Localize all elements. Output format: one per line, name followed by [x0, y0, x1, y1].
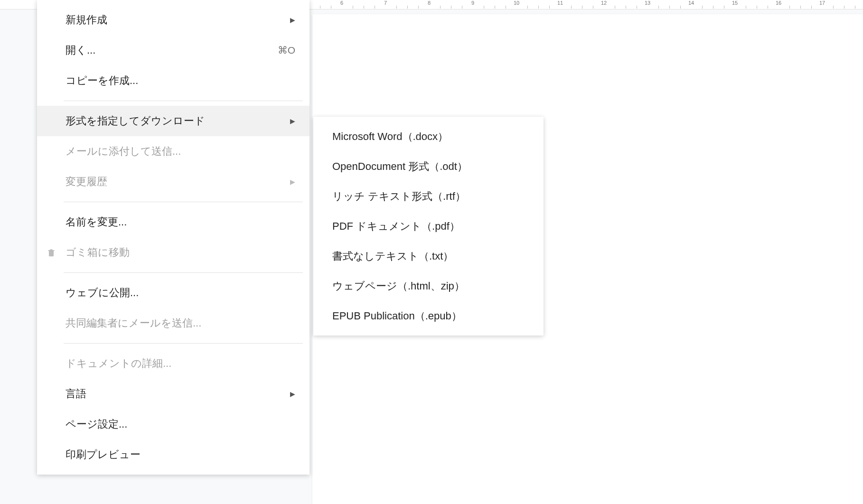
ruler-number: 6 [340, 0, 343, 6]
submenu-rtf[interactable]: リッチ テキスト形式（.rtf） [313, 181, 544, 211]
ruler-number: 7 [384, 0, 387, 6]
menu-item-label: ウェブに公開... [66, 286, 295, 300]
ruler-number: 12 [601, 0, 607, 6]
ruler-number: 9 [471, 0, 474, 6]
menu-item-label: 印刷プレビュー [66, 448, 295, 462]
menu-item-label: 共同編集者にメールを送信... [66, 316, 295, 330]
download-as-submenu: Microsoft Word（.docx）OpenDocument 形式（.od… [313, 117, 544, 336]
menu-download-as[interactable]: 形式を指定してダウンロード▶ [37, 106, 310, 136]
menu-separator [64, 343, 303, 344]
trash-icon [46, 247, 57, 258]
menu-print-preview[interactable]: 印刷プレビュー [37, 439, 310, 470]
submenu-odt[interactable]: OpenDocument 形式（.odt） [313, 151, 544, 181]
submenu-txt[interactable]: 書式なしテキスト（.txt） [313, 241, 544, 271]
submenu-pdf[interactable]: PDF ドキュメント（.pdf） [313, 211, 544, 241]
menu-item-label: ゴミ箱に移動 [66, 245, 295, 260]
menu-language[interactable]: 言語▶ [37, 379, 310, 409]
menu-email-attachment: メールに添付して送信... [37, 136, 310, 167]
menu-page-setup[interactable]: ページ設定... [37, 409, 310, 439]
submenu-item-label: リッチ テキスト形式（.rtf） [332, 189, 466, 204]
menu-separator [64, 202, 303, 202]
menu-make-copy[interactable]: コピーを作成... [37, 65, 310, 96]
submenu-item-label: OpenDocument 形式（.odt） [332, 159, 468, 174]
ruler-number: 17 [819, 0, 825, 6]
ruler-number: 14 [688, 0, 694, 6]
menu-publish-web[interactable]: ウェブに公開... [37, 278, 310, 308]
menu-rename[interactable]: 名前を変更... [37, 207, 310, 237]
submenu-item-label: PDF ドキュメント（.pdf） [332, 219, 460, 233]
ruler-number: 8 [428, 0, 431, 6]
menu-item-label: ドキュメントの詳細... [66, 356, 295, 371]
menu-item-label: 新規作成 [66, 13, 290, 27]
menu-email-collaborators: 共同編集者にメールを送信... [37, 308, 310, 338]
chevron-right-icon: ▶ [290, 16, 295, 24]
chevron-right-icon: ▶ [290, 390, 295, 398]
ruler-number: 10 [514, 0, 519, 6]
menu-shortcut: ⌘O [278, 45, 295, 56]
menu-move-trash: ゴミ箱に移動 [37, 237, 310, 268]
chevron-right-icon: ▶ [290, 117, 295, 125]
menu-item-label: 名前を変更... [66, 215, 295, 229]
submenu-html[interactable]: ウェブページ（.html、zip） [313, 271, 544, 301]
chevron-right-icon: ▶ [290, 178, 295, 186]
menu-item-label: ページ設定... [66, 417, 295, 431]
ruler-number: 11 [557, 0, 563, 6]
menu-new[interactable]: 新規作成▶ [37, 5, 310, 35]
submenu-item-label: ウェブページ（.html、zip） [332, 279, 465, 293]
menu-item-label: コピーを作成... [66, 74, 295, 88]
menu-item-label: メールに添付して送信... [66, 144, 295, 159]
submenu-item-label: EPUB Publication（.epub） [332, 309, 462, 323]
file-menu: 新規作成▶開く...⌘Oコピーを作成...形式を指定してダウンロード▶メールに添… [37, 0, 310, 475]
ruler-number: 13 [645, 0, 650, 6]
menu-item-label: 開く... [66, 43, 278, 57]
menu-separator [64, 101, 303, 101]
menu-separator [64, 272, 303, 273]
submenu-docx[interactable]: Microsoft Word（.docx） [313, 121, 544, 151]
submenu-item-label: Microsoft Word（.docx） [332, 130, 448, 144]
menu-document-details: ドキュメントの詳細... [37, 348, 310, 379]
ruler-number: 16 [776, 0, 781, 6]
menu-item-label: 形式を指定してダウンロード [66, 114, 290, 128]
submenu-item-label: 書式なしテキスト（.txt） [332, 249, 453, 263]
ruler-number: 15 [732, 0, 738, 6]
menu-item-label: 言語 [66, 387, 290, 401]
menu-version-history: 変更履歴▶ [37, 167, 310, 197]
menu-item-label: 変更履歴 [66, 175, 290, 189]
submenu-epub[interactable]: EPUB Publication（.epub） [313, 301, 544, 331]
menu-open[interactable]: 開く...⌘O [37, 35, 310, 65]
